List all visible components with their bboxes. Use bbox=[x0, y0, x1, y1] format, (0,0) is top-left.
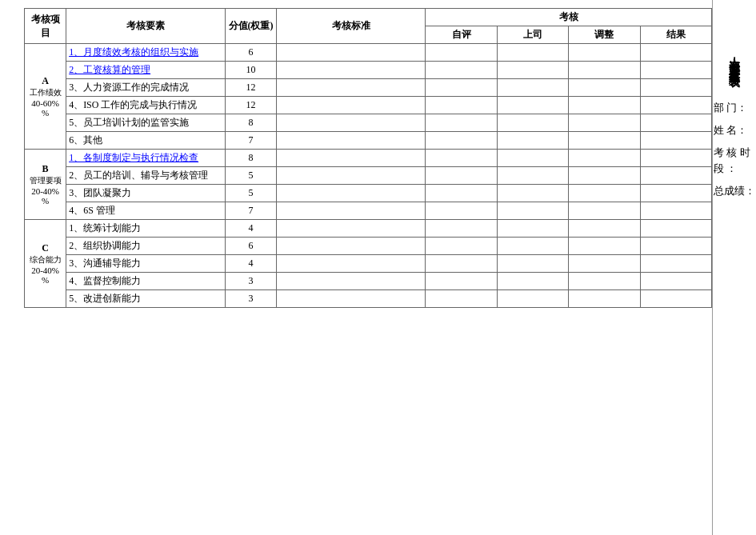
item-shangsi bbox=[497, 202, 568, 220]
table-row: 3、人力资源工作的完成情况12 bbox=[25, 79, 712, 97]
section-id-B: B管理要项20-40%% bbox=[25, 150, 66, 220]
table-row: 3、沟通辅导能力4 bbox=[25, 255, 712, 273]
item-biaozhun bbox=[277, 202, 426, 220]
th-fenzhi: 分值(权重) bbox=[225, 9, 277, 44]
item-biaozhun bbox=[277, 62, 426, 79]
item-ziping bbox=[426, 290, 497, 308]
item-text: 3、沟通辅导能力 bbox=[66, 255, 226, 273]
item-ziping bbox=[426, 132, 497, 150]
th-ziping: 自评 bbox=[426, 26, 497, 44]
item-score: 3 bbox=[225, 273, 277, 290]
item-shangsi bbox=[497, 150, 568, 167]
item-biaozhun bbox=[277, 255, 426, 273]
item-jieguo bbox=[640, 202, 711, 220]
item-tiaozheng bbox=[569, 114, 640, 132]
main-table: 考核项目 考核要素 分值(权重) 考核标准 考核 bbox=[24, 8, 712, 308]
th-kaohebiaozhun: 考核标准 bbox=[277, 9, 426, 44]
item-tiaozheng bbox=[569, 185, 640, 202]
item-shangsi bbox=[497, 220, 568, 238]
item-ziping bbox=[426, 44, 497, 62]
item-biaozhun bbox=[277, 238, 426, 255]
item-text: 2、工资核算的管理 bbox=[66, 62, 226, 79]
table-row: 2、员工的培训、辅导与考核管理5 bbox=[25, 167, 712, 185]
th-kaohe-xiangmu: 考核项目 bbox=[25, 9, 66, 44]
th-tiaozheng: 调整 bbox=[569, 26, 640, 44]
item-shangsi bbox=[497, 273, 568, 290]
item-biaozhun bbox=[277, 290, 426, 308]
item-score: 8 bbox=[225, 114, 277, 132]
item-ziping bbox=[426, 185, 497, 202]
item-jieguo bbox=[640, 273, 711, 290]
item-tiaozheng bbox=[569, 79, 640, 97]
item-tiaozheng bbox=[569, 255, 640, 273]
item-biaozhun bbox=[277, 114, 426, 132]
table-row: C综合能力20-40%%1、统筹计划能力4 bbox=[25, 220, 712, 238]
item-biaozhun bbox=[277, 79, 426, 97]
item-ziping bbox=[426, 238, 497, 255]
item-shangsi bbox=[497, 97, 568, 114]
table-row: A工作绩效40-60%%1、月度绩效考核的组织与实施6 bbox=[25, 44, 712, 62]
sidebar-title: 人力资源主管月度绩效考核表 bbox=[726, 48, 742, 69]
item-shangsi bbox=[497, 62, 568, 79]
item-shangsi bbox=[497, 185, 568, 202]
item-ziping bbox=[426, 255, 497, 273]
item-biaozhun bbox=[277, 273, 426, 290]
item-tiaozheng bbox=[569, 290, 640, 308]
item-text: 1、统筹计划能力 bbox=[66, 220, 226, 238]
item-jieguo bbox=[640, 255, 711, 273]
main-content: 考核项目 考核要素 分值(权重) 考核标准 考核 bbox=[0, 0, 712, 535]
item-ziping bbox=[426, 79, 497, 97]
item-shangsi bbox=[497, 255, 568, 273]
section-id-C: C综合能力20-40%% bbox=[25, 220, 66, 308]
item-jieguo bbox=[640, 290, 711, 308]
item-score: 6 bbox=[225, 238, 277, 255]
item-text: 1、各制度制定与执行情况检查 bbox=[66, 150, 226, 167]
item-score: 7 bbox=[225, 132, 277, 150]
table-row: 3、团队凝聚力5 bbox=[25, 185, 712, 202]
item-text: 3、人力资源工作的完成情况 bbox=[66, 79, 226, 97]
item-biaozhun bbox=[277, 185, 426, 202]
item-score: 12 bbox=[225, 79, 277, 97]
table-row: 4、监督控制能力3 bbox=[25, 273, 712, 290]
item-text: 2、组织协调能力 bbox=[66, 238, 226, 255]
table-row: 5、员工培训计划的监管实施8 bbox=[25, 114, 712, 132]
table-row: 4、ISO 工作的完成与执行情况12 bbox=[25, 97, 712, 114]
sidebar-total: 总成绩： bbox=[714, 184, 755, 198]
item-text: 5、改进创新能力 bbox=[66, 290, 226, 308]
item-jieguo bbox=[640, 167, 711, 185]
item-text: 1、月度绩效考核的组织与实施 bbox=[66, 44, 226, 62]
th-jieguo: 结果 bbox=[640, 26, 711, 44]
item-tiaozheng bbox=[569, 132, 640, 150]
item-biaozhun bbox=[277, 150, 426, 167]
item-jieguo bbox=[640, 114, 711, 132]
item-jieguo bbox=[640, 185, 711, 202]
sidebar-name: 姓 名： bbox=[714, 123, 755, 138]
item-tiaozheng bbox=[569, 220, 640, 238]
header-row-1: 考核项目 考核要素 分值(权重) 考核标准 考核 bbox=[25, 9, 712, 26]
item-score: 12 bbox=[225, 97, 277, 114]
item-biaozhun bbox=[277, 132, 426, 150]
item-tiaozheng bbox=[569, 44, 640, 62]
item-shangsi bbox=[497, 114, 568, 132]
item-score: 5 bbox=[225, 167, 277, 185]
item-shangsi bbox=[497, 79, 568, 97]
item-biaozhun bbox=[277, 167, 426, 185]
item-biaozhun bbox=[277, 97, 426, 114]
item-score: 4 bbox=[225, 255, 277, 273]
item-text: 2、员工的培训、辅导与考核管理 bbox=[66, 167, 226, 185]
table-row: 2、组织协调能力6 bbox=[25, 238, 712, 255]
th-kaohe-yaosu: 考核要素 bbox=[66, 9, 226, 44]
item-score: 4 bbox=[225, 220, 277, 238]
item-ziping bbox=[426, 114, 497, 132]
item-ziping bbox=[426, 97, 497, 114]
table-row: 6、其他7 bbox=[25, 132, 712, 150]
item-jieguo bbox=[640, 44, 711, 62]
item-text: 6、其他 bbox=[66, 132, 226, 150]
table-row: 2、工资核算的管理10 bbox=[25, 62, 712, 79]
item-score: 6 bbox=[225, 44, 277, 62]
item-text: 3、团队凝聚力 bbox=[66, 185, 226, 202]
item-shangsi bbox=[497, 238, 568, 255]
sidebar-period-colon: 段 ： bbox=[714, 162, 755, 176]
item-jieguo bbox=[640, 97, 711, 114]
item-tiaozheng bbox=[569, 62, 640, 79]
